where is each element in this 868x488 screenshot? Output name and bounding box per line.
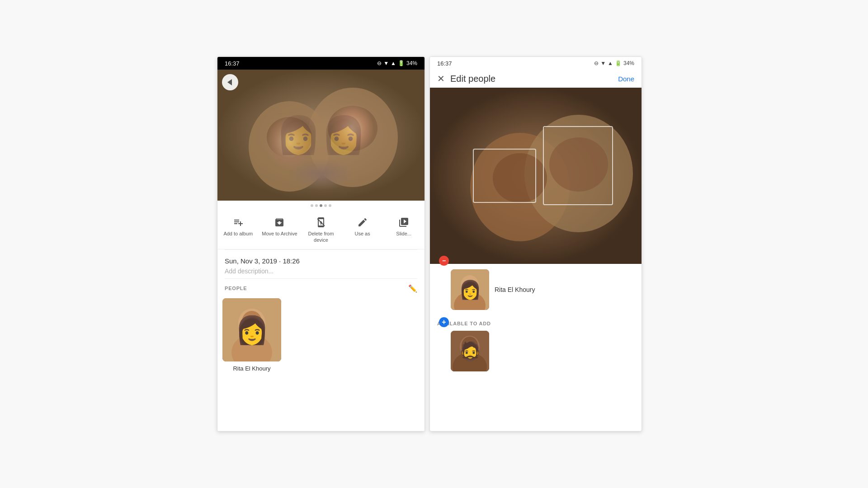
edit-people-icon[interactable]: ✏️ xyxy=(408,284,417,293)
add-to-album-label: Add to album xyxy=(223,230,253,237)
people-header: PEOPLE ✏️ xyxy=(225,284,417,293)
right-battery-icon: 🔋 xyxy=(615,60,622,66)
right-battery-percent: 34% xyxy=(623,60,634,66)
photo-info-section: Sun, Nov 3, 2019 · 18:26 Add description… xyxy=(217,250,425,278)
face-selection-box-1 xyxy=(473,149,536,203)
current-people-list: − Rita El Khoury xyxy=(430,264,642,319)
face-selection-box-2 xyxy=(543,126,613,205)
move-to-archive-label: Move to Archive xyxy=(262,230,297,237)
use-as-icon xyxy=(357,216,368,229)
right-avatar-svg xyxy=(451,269,489,310)
right-person-info-rita: Rita El Khoury xyxy=(495,286,535,294)
screens-container: 16:37 ⊖ ▼ ▲ 🔋 34% xyxy=(217,56,651,432)
minus-icon: − xyxy=(442,258,446,264)
svg-point-23 xyxy=(462,337,478,355)
signal-icon: ▲ xyxy=(391,60,396,66)
svg-point-18 xyxy=(461,275,479,295)
right-signal-icon: ▲ xyxy=(608,60,613,66)
edit-photo-bg xyxy=(430,88,642,264)
person-name-rita: Rita El Khoury xyxy=(233,365,270,372)
done-button[interactable]: Done xyxy=(618,75,634,83)
available-to-add-section: AVAILABLE TO ADD + xyxy=(430,319,642,377)
svg-point-1 xyxy=(249,101,330,192)
svg-point-3 xyxy=(267,117,312,158)
left-panel-photo-detail: 16:37 ⊖ ▼ ▲ 🔋 34% xyxy=(217,56,425,432)
slideshow-label: Slide... xyxy=(396,230,411,237)
use-as-label: Use as xyxy=(354,230,370,237)
svg-point-4 xyxy=(328,106,377,151)
right-status-icons: ⊖ ▼ ▲ 🔋 34% xyxy=(594,60,634,66)
scroll-dot-3 xyxy=(320,204,322,207)
scroll-dot-5 xyxy=(329,204,331,207)
svg-point-2 xyxy=(307,88,398,187)
current-person-row-rita: − Rita El Khoury xyxy=(437,269,634,310)
remove-person-button[interactable]: − xyxy=(439,256,449,266)
delete-from-device-label: Delete from device xyxy=(301,230,341,244)
add-to-album-icon xyxy=(233,216,244,229)
scroll-dot-2 xyxy=(315,204,318,207)
left-status-bar: 16:37 ⊖ ▼ ▲ 🔋 34% xyxy=(217,57,425,70)
right-time: 16:37 xyxy=(437,60,452,67)
available-person-thumb xyxy=(451,331,489,371)
battery-icon: 🔋 xyxy=(398,60,405,66)
add-person-button[interactable]: + xyxy=(439,317,449,327)
photo-description-placeholder[interactable]: Add description... xyxy=(225,267,417,275)
block-icon: ⊖ xyxy=(377,60,382,66)
svg-point-10 xyxy=(242,311,262,333)
delete-device-icon xyxy=(316,216,326,229)
edit-photo-area xyxy=(430,88,642,264)
slideshow-icon xyxy=(398,216,409,229)
plus-icon: + xyxy=(442,319,446,326)
action-bar: Add to album Move to Archive Delete f xyxy=(217,211,425,249)
svg-point-9 xyxy=(231,334,272,361)
use-as-button[interactable]: Use as xyxy=(342,214,383,245)
left-status-icons: ⊖ ▼ ▲ 🔋 34% xyxy=(377,60,417,66)
scroll-dot-1 xyxy=(311,204,313,207)
right-person-thumb-rita xyxy=(451,269,489,310)
add-to-album-button[interactable]: Add to album xyxy=(217,214,259,245)
edit-people-header: ✕ Edit people Done xyxy=(430,70,642,88)
selfie-image xyxy=(217,70,425,201)
archive-icon xyxy=(274,216,285,229)
right-person-name-rita: Rita El Khoury xyxy=(495,286,535,293)
back-button[interactable] xyxy=(222,74,238,90)
scroll-indicator xyxy=(217,201,425,211)
left-time: 16:37 xyxy=(225,60,240,67)
avatar-svg xyxy=(222,298,281,361)
available-label: AVAILABLE TO ADD xyxy=(437,321,634,326)
svg-rect-0 xyxy=(217,70,425,201)
person-card-rita[interactable]: Rita El Khoury xyxy=(225,298,279,372)
people-section: PEOPLE ✏️ Rita El Khoury xyxy=(217,279,425,431)
right-wifi-icon: ▼ xyxy=(600,60,606,66)
close-button[interactable]: ✕ xyxy=(437,73,445,84)
delete-from-device-button[interactable]: Delete from device xyxy=(300,214,342,245)
right-panel-edit-people: 16:37 ⊖ ▼ ▲ 🔋 34% ✕ Edit people Done xyxy=(429,56,642,432)
photo-date: Sun, Nov 3, 2019 · 18:26 xyxy=(225,257,417,265)
right-block-icon: ⊖ xyxy=(594,60,599,66)
scroll-dot-4 xyxy=(324,204,327,207)
back-arrow-icon xyxy=(227,79,232,85)
edit-people-title: Edit people xyxy=(450,74,618,84)
slideshow-button[interactable]: Slide... xyxy=(383,214,425,245)
available-avatar-svg xyxy=(451,331,489,371)
photo-display xyxy=(217,70,425,201)
battery-percent: 34% xyxy=(406,60,417,66)
people-label: PEOPLE xyxy=(225,286,247,291)
svg-rect-5 xyxy=(217,70,425,201)
move-to-archive-button[interactable]: Move to Archive xyxy=(259,214,301,245)
add-person-row: + xyxy=(437,331,634,371)
wifi-icon: ▼ xyxy=(383,60,389,66)
person-avatar-rita xyxy=(222,298,281,361)
svg-point-19 xyxy=(454,292,486,310)
right-status-bar: 16:37 ⊖ ▼ ▲ 🔋 34% xyxy=(430,57,642,70)
photo-svg xyxy=(217,70,425,201)
